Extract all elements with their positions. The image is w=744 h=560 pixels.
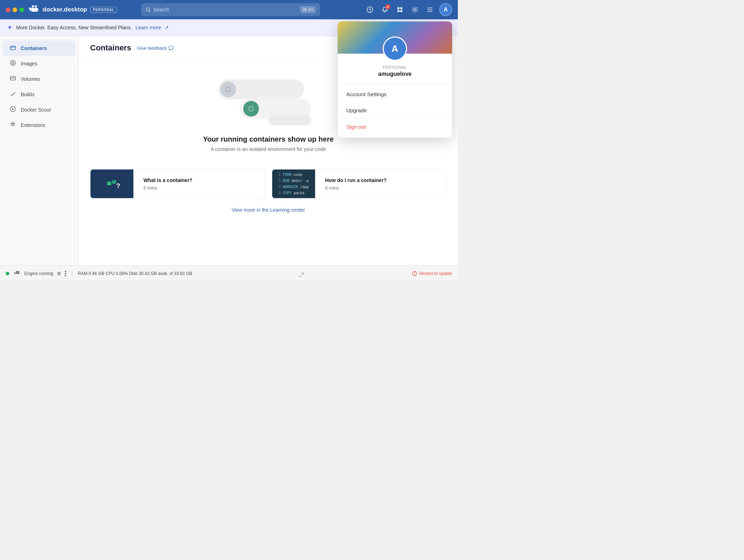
minimize-button[interactable] [13,8,17,12]
svg-rect-28 [10,77,15,80]
notification-count: 2 [385,4,390,9]
svg-rect-24 [10,46,15,50]
sidebar-item-containers[interactable]: Containers [3,41,75,56]
volumes-icon [9,75,16,83]
engine-status-indicator [6,272,9,275]
page-title: Containers [90,43,131,53]
svg-point-27 [12,62,14,64]
svg-rect-38 [268,115,311,125]
docker-engine-icon [14,270,20,277]
card-title-1: What is a container? [143,177,192,183]
illustration-svg: ⬡ ⬡ [204,69,333,127]
dropdown-header: A [338,21,452,54]
search-placeholder: Search [153,7,169,13]
banner-icon: ✦ [7,24,13,31]
sign-out-item[interactable]: Sign out [338,119,452,135]
statusbar-divider [72,270,72,277]
sidebar-extensions-label: Extensions [21,122,45,128]
restart-button[interactable]: Restart to update [412,271,452,276]
maximize-button[interactable] [19,8,24,12]
svg-rect-42 [14,272,16,274]
banner-learn-more[interactable]: Learn more [136,25,161,30]
card-info-1: What is a container? 5 mins [139,173,197,195]
learning-card-run[interactable]: 1 FROM node 2 RUN mkdir -p 3 WORKDIR /ap… [272,169,446,198]
svg-point-17 [431,8,432,9]
extensions-icon[interactable] [394,4,406,15]
containers-illustration: ⬡ ⬡ [204,69,333,127]
feedback-link[interactable]: Give feedback [137,45,173,51]
svg-point-49 [414,274,415,275]
sidebar-volumes-label: Volumes [21,76,40,82]
svg-point-25 [11,48,12,49]
svg-point-26 [10,60,15,65]
sidebar-item-images[interactable]: Images [3,56,75,71]
sidebar-item-extensions[interactable]: Extensions [3,118,75,133]
pause-icon[interactable] [58,272,60,275]
titlebar-actions: ? 2 A [364,3,452,16]
builds-icon [9,90,16,98]
images-icon [9,60,16,68]
sidebar-containers-label: Containers [21,45,47,51]
more-options-icon[interactable] [65,271,66,276]
card-title-2: How do I run a container? [325,177,387,183]
svg-rect-44 [18,272,19,274]
svg-rect-12 [397,10,400,12]
warning-icon [412,271,417,276]
dropdown-menu: Account Settings Upgrade Sign out [338,83,452,138]
container-question-icon: ? [103,175,121,193]
dropdown-avatar: A [383,36,407,61]
sidebar-item-builds[interactable]: Builds [3,87,75,102]
svg-text:?: ? [369,8,371,12]
svg-point-5 [31,10,32,11]
card-duration-1: 5 mins [143,185,192,191]
upgrade-item[interactable]: Upgrade [338,102,452,118]
dropdown-plan: PERSONAL [345,65,445,69]
settings-button[interactable] [409,4,421,15]
svg-point-22 [429,11,430,12]
docker-scout-icon [9,106,16,114]
svg-line-7 [149,11,150,12]
terminal-icon[interactable]: _> [299,271,304,276]
sidebar-item-volumes[interactable]: Volumes [3,72,75,87]
close-button[interactable] [6,8,10,12]
view-more-link[interactable]: View more in the Learning center [90,207,446,213]
svg-rect-4 [35,5,37,7]
svg-text:?: ? [116,182,120,190]
svg-point-19 [429,9,430,10]
banner-text: More Docker. Easy Access. New Streamline… [16,25,132,30]
extensions-sidebar-icon [9,121,16,129]
dropdown-username: amuguelove [345,71,445,77]
sidebar-builds-label: Builds [21,92,34,97]
sidebar: Containers Images Volumes Builds Docker … [0,36,79,265]
plan-badge: PERSONAL [90,7,117,13]
grid-icon[interactable] [424,4,436,15]
svg-point-31 [12,108,14,110]
user-avatar-button[interactable]: A [439,3,452,16]
learning-section: ? What is a container? 5 mins 1 [79,169,458,220]
svg-rect-40 [112,180,116,184]
help-button[interactable]: ? [364,4,376,15]
svg-text:⬡: ⬡ [248,105,254,112]
card-thumbnail-1: ? [90,170,133,198]
svg-point-21 [427,11,429,12]
statusbar: Engine running RAM 0.46 GB CPU 0.00% Dis… [0,265,458,280]
search-icon [146,7,151,12]
sidebar-item-docker-scout[interactable]: Docker Scout [3,102,75,117]
svg-rect-46 [18,271,19,272]
notifications-button[interactable]: 2 [379,4,391,15]
svg-point-14 [414,9,416,11]
app-title: docker.desktop [43,6,87,13]
containers-icon [9,44,16,52]
empty-subtitle: A container is an isolated environment f… [211,146,326,152]
external-link-icon: ↗ [165,25,169,30]
window-controls [6,8,24,12]
account-dropdown: A PERSONAL amuguelove Account Settings U… [338,21,452,138]
search-bar[interactable]: Search ⌘⌘K [141,3,320,16]
card-duration-2: 6 mins [325,185,387,191]
empty-title: Your running containers show up here [203,135,333,143]
feedback-icon [168,45,173,50]
sidebar-images-label: Images [21,61,37,67]
learning-card-container[interactable]: ? What is a container? 5 mins [90,169,265,198]
restart-label: Restart to update [419,271,452,276]
account-settings-item[interactable]: Account Settings [338,86,452,102]
